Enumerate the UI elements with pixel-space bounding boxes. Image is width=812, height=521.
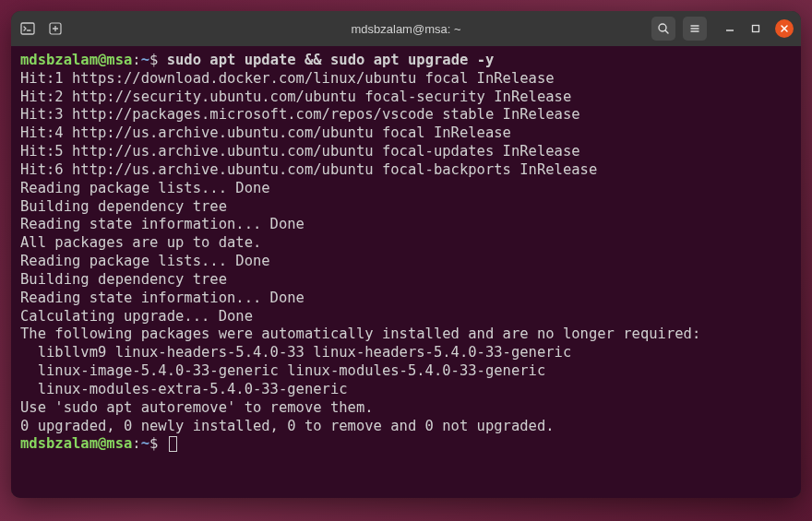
output-line: The following packages were automaticall… [20,326,792,344]
prompt-user-host: mdsbzalam@msa [20,52,132,68]
output-line: Reading package lists... Done [20,253,792,271]
output-line: Hit:5 http://us.archive.ubuntu.com/ubunt… [20,143,792,161]
minimize-button[interactable] [723,22,736,35]
output-line: Reading state information... Done [20,290,792,308]
window-title: mdsbzalam@msa: ~ [351,22,460,36]
prompt-user-host: mdsbzalam@msa [20,435,132,452]
titlebar-left [18,18,66,40]
output-line: Use 'sudo apt autoremove' to remove them… [20,399,792,418]
svg-line-6 [665,30,668,33]
prompt-line-1: mdsbzalam@msa:~$ sudo apt update && sudo… [20,52,792,70]
command-text: sudo apt update && sudo apt upgrade -y [167,52,495,68]
output-line: linux-image-5.4.0-33-generic linux-modul… [20,362,792,381]
close-icon [780,24,789,33]
terminal-icon [18,19,37,38]
new-tab-button[interactable] [44,18,66,40]
prompt-path: ~ [141,52,149,68]
search-icon [657,22,670,35]
output-line: linux-modules-extra-5.4.0-33-generic [20,381,792,399]
prompt-symbol: $ [149,52,158,68]
output-line: 0 upgraded, 0 newly installed, 0 to remo… [20,418,792,436]
minimize-icon [724,23,735,34]
maximize-button[interactable] [749,22,762,35]
output-line: Hit:4 http://us.archive.ubuntu.com/ubunt… [20,124,792,143]
close-button[interactable] [775,19,794,38]
output-line: Reading package lists... Done [20,180,792,198]
titlebar[interactable]: mdsbzalam@msa: ~ [11,11,801,46]
terminal-window: mdsbzalam@msa: ~ mdsbzalam@msa:~ [11,11,801,498]
output-line: Calculating upgrade... Done [20,308,792,326]
output-line: Hit:6 http://us.archive.ubuntu.com/ubunt… [20,161,792,180]
prompt-path: ~ [141,435,149,452]
output-line: All packages are up to date. [20,234,792,253]
hamburger-icon [688,22,701,35]
menu-button[interactable] [683,17,707,41]
maximize-icon [750,23,761,34]
prompt-symbol: $ [149,435,158,452]
output-container: Hit:1 https://download.docker.com/linux/… [20,70,792,436]
terminal-body[interactable]: mdsbzalam@msa:~$ sudo apt update && sudo… [11,46,801,498]
output-line: Hit:1 https://download.docker.com/linux/… [20,70,792,89]
window-controls [723,19,794,38]
titlebar-right [651,17,794,41]
output-line: Building dependency tree [20,198,792,217]
svg-rect-0 [21,23,34,34]
output-line: Hit:2 http://security.ubuntu.com/ubuntu … [20,89,792,107]
prompt-line-2: mdsbzalam@msa:~$ [20,435,792,454]
search-button[interactable] [651,17,675,41]
output-line: Hit:3 http://packages.microsoft.com/repo… [20,106,792,124]
prompt-colon: : [132,435,140,452]
cursor [169,436,177,452]
output-line: Building dependency tree [20,271,792,290]
prompt-colon: : [132,52,140,68]
svg-rect-11 [753,26,759,32]
output-line: Reading state information... Done [20,216,792,234]
output-line: libllvm9 linux-headers-5.4.0-33 linux-he… [20,344,792,362]
